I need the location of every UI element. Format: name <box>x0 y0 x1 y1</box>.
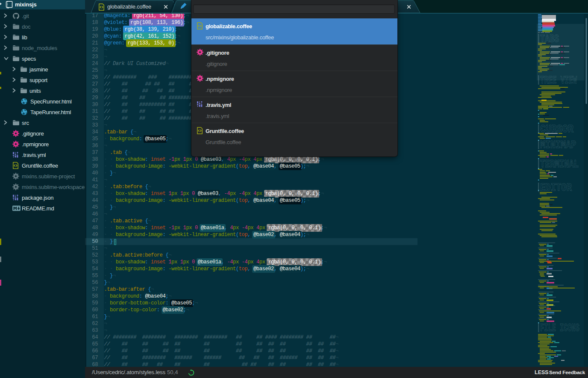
svg-text:MINIMAP: MINIMAP <box>540 139 576 151</box>
svg-text:TERMINAL: TERMINAL <box>540 158 579 171</box>
svg-text:CURSOR: CURSOR <box>540 123 573 136</box>
svg-text:FILE ICONS: FILE ICONS <box>540 322 579 334</box>
svg-text:EDITOR: EDITOR <box>540 182 572 194</box>
